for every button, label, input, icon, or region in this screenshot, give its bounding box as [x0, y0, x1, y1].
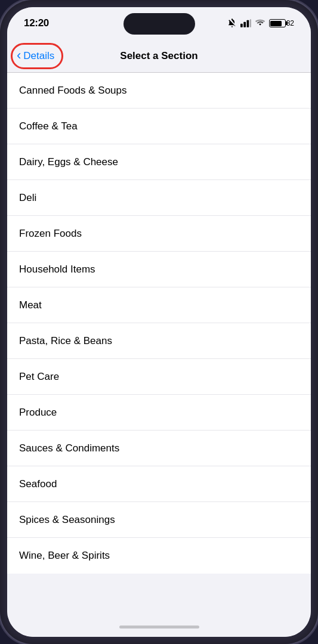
status-time: 12:20 — [24, 17, 49, 29]
list-item-label: Produce — [19, 407, 57, 419]
list-item[interactable]: Canned Foods & Soups — [7, 73, 311, 109]
list-item-label: Sauces & Condiments — [19, 442, 119, 454]
content-area: Canned Foods & SoupsCoffee & TeaDairy, E… — [7, 73, 311, 617]
battery-icon: 82 — [269, 19, 294, 27]
notification-icon — [227, 18, 237, 28]
list-item-label: Pasta, Rice & Beans — [19, 335, 112, 347]
sections-list: Canned Foods & SoupsCoffee & TeaDairy, E… — [7, 73, 311, 574]
list-item-label: Dairy, Eggs & Cheese — [19, 156, 118, 168]
list-item-label: Wine, Beer & Spirits — [19, 550, 110, 562]
list-item[interactable]: Spices & Seasonings — [7, 502, 311, 538]
dynamic-island — [124, 13, 195, 35]
battery-level: 82 — [286, 19, 294, 27]
list-item-label: Pet Care — [19, 371, 59, 383]
svg-rect-2 — [246, 20, 249, 27]
list-item-label: Canned Foods & Soups — [19, 85, 127, 97]
phone-frame: 12:20 — [0, 0, 318, 644]
svg-rect-3 — [249, 19, 251, 27]
wifi-icon — [255, 19, 265, 27]
list-item[interactable]: Meat — [7, 287, 311, 323]
status-icons: 82 — [227, 18, 294, 28]
list-item[interactable]: Dairy, Eggs & Cheese — [7, 144, 311, 180]
list-item[interactable]: Deli — [7, 180, 311, 216]
back-chevron-icon: ‹ — [17, 49, 21, 62]
list-item[interactable]: Household Items — [7, 252, 311, 287]
home-indicator — [7, 617, 311, 637]
nav-bar: ‹ Details Select a Section — [7, 39, 311, 73]
list-item[interactable]: Pasta, Rice & Beans — [7, 323, 311, 359]
list-item[interactable]: Seafood — [7, 466, 311, 502]
back-button[interactable]: ‹ Details — [17, 49, 54, 62]
screen: 12:20 — [7, 7, 311, 637]
list-item-label: Spices & Seasonings — [19, 514, 115, 526]
back-label: Details — [23, 50, 54, 62]
signal-icon — [240, 19, 251, 27]
list-item[interactable]: Sauces & Condiments — [7, 431, 311, 466]
list-item-label: Deli — [19, 192, 36, 204]
list-item[interactable]: Produce — [7, 395, 311, 431]
list-item[interactable]: Wine, Beer & Spirits — [7, 538, 311, 574]
home-bar — [119, 626, 199, 628]
nav-title: Select a Section — [120, 50, 197, 62]
svg-rect-0 — [240, 24, 243, 27]
list-item[interactable]: Pet Care — [7, 359, 311, 395]
list-item-label: Meat — [19, 299, 42, 311]
list-item-label: Coffee & Tea — [19, 120, 78, 132]
list-item-label: Household Items — [19, 264, 95, 275]
list-item-label: Seafood — [19, 478, 57, 490]
list-item[interactable]: Coffee & Tea — [7, 109, 311, 144]
svg-rect-1 — [243, 22, 246, 27]
list-item-label: Frozen Foods — [19, 228, 82, 240]
list-item[interactable]: Frozen Foods — [7, 216, 311, 252]
